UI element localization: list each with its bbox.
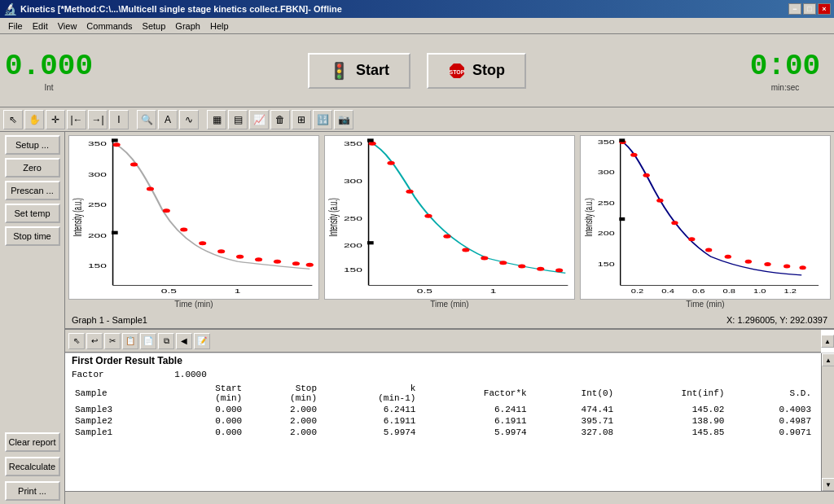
results-cut-btn[interactable]: ✂ [104,333,121,349]
svg-rect-25 [112,231,118,234]
graph-add-btn[interactable]: 📈 [249,110,269,129]
table-cell: 6.2411 [419,404,529,415]
svg-text:1: 1 [490,288,497,295]
timer-label: min:sec [736,83,834,92]
calculator-btn[interactable]: 🔢 [313,110,332,129]
results-copy2-btn[interactable]: ⧉ [158,333,174,349]
svg-point-19 [236,255,244,259]
graph2-canvas[interactable]: 350 300 250 200 150 0.5 1 Intensity (a.u… [324,135,575,300]
table-cell: Sample2 [72,415,170,427]
scroll-track[interactable] [822,366,834,478]
zero-button[interactable]: Zero [5,158,60,177]
setup-button[interactable]: Setup ... [5,135,60,155]
svg-point-72 [764,262,770,266]
menu-file[interactable]: File [3,20,28,33]
recalculate-button[interactable]: Recalculate [5,457,60,476]
table-cell: Sample3 [72,404,170,415]
svg-point-37 [388,161,395,165]
set-temp-button[interactable]: Set temp [5,204,60,223]
table-cell: 0.4003 [727,404,814,415]
table-cell: 395.71 [530,415,617,427]
hand-tool-btn[interactable]: ✋ [24,110,44,129]
svg-text:250: 250 [88,202,107,208]
graph1-svg: 350 300 250 200 150 0.5 1 Intensity (a.u… [69,136,318,299]
factor-label: Factor [72,370,104,379]
col-intinf: Int(inf) [617,383,727,404]
results-back-btn[interactable]: ◀ [176,333,192,349]
text-label-btn[interactable]: A [158,110,178,129]
table-cell: 0.000 [170,427,245,438]
print-button[interactable]: Print ... [5,481,60,501]
image2-btn[interactable]: ▤ [228,110,248,129]
graph-coords: X: 1.296005, Y: 292.0397 [726,315,827,325]
stop-time-button[interactable]: Stop time [5,226,60,246]
crosshair-btn[interactable]: ✛ [46,110,65,129]
text-insert-btn[interactable]: I [109,110,129,129]
table-cell: 0.9071 [727,427,814,438]
data-table-btn[interactable]: ⊞ [292,110,311,129]
results-doc-btn[interactable]: 📝 [194,333,210,349]
add-right-btn[interactable]: →| [88,110,108,129]
table-cell: 138.90 [617,415,727,427]
export-btn[interactable]: 📷 [334,110,353,129]
image1-btn[interactable]: ▦ [207,110,226,129]
app-window: 🔬 Kinetics [*Method:C:\...\Multicell sin… [0,0,834,504]
results-title: First Order Result Table [72,355,814,366]
svg-point-16 [180,228,187,232]
status-bar [65,491,834,504]
svg-text:1.0: 1.0 [753,289,766,295]
svg-point-20 [255,257,262,261]
maximize-button[interactable]: □ [803,3,816,15]
minimize-button[interactable]: − [788,3,801,15]
table-cell: 474.41 [530,404,617,415]
graph1-canvas[interactable]: 350 300 250 200 150 0.5 1 Intensity (a.u… [68,135,319,300]
menu-setup[interactable]: Setup [138,20,171,33]
stop-button[interactable]: STOP Stop [427,53,526,89]
svg-point-12 [113,142,121,147]
results-select-btn[interactable]: ⇖ [68,333,85,349]
table-row: Sample20.0002.0006.19116.1911395.71138.9… [72,415,814,427]
scroll-up-btn[interactable]: ▲ [822,353,834,366]
close-button[interactable]: × [818,3,831,15]
col-sample: Sample [72,383,170,404]
prescan-button[interactable]: Prescan ... [5,181,60,200]
menu-view[interactable]: View [53,20,82,33]
zoom-in-btn[interactable]: 🔍 [137,110,156,129]
svg-text:Intensity (a.u.): Intensity (a.u.) [583,198,594,236]
svg-text:300: 300 [344,178,362,185]
wave-btn[interactable]: ∿ [179,110,199,129]
main-toolbar: ⇖ ✋ ✛ |← →| I 🔍 A ∿ ▦ ▤ 📈 🗑 ⊞ 🔢 📷 [0,107,834,132]
svg-point-42 [481,256,488,261]
col-stop: Stop(min) [245,383,320,404]
graph3-canvas[interactable]: 350 300 250 200 150 0.2 0.4 0.6 0.8 1.0 [580,135,831,300]
results-copy-btn[interactable]: 📋 [122,333,138,349]
menu-edit[interactable]: Edit [28,20,53,33]
select-tool-btn[interactable]: ⇖ [3,110,23,129]
add-left-btn[interactable]: |← [67,110,86,129]
menu-help[interactable]: Help [205,20,234,33]
menu-graph[interactable]: Graph [170,20,205,33]
svg-text:200: 200 [598,230,615,237]
svg-rect-76 [619,217,625,221]
svg-point-70 [725,255,731,259]
timer-value: 0:00 [736,50,834,83]
svg-point-18 [217,249,225,253]
right-section: 350 300 250 200 150 0.5 1 Intensity (a.u… [65,132,834,504]
col-sd: S.D. [727,383,814,404]
svg-text:150: 150 [88,263,107,270]
table-cell: 0.4987 [727,415,814,427]
timer-display: 0:00 min:sec [736,50,834,92]
graph-remove-btn[interactable]: 🗑 [270,110,290,129]
results-scroll-up[interactable]: ▲ [821,335,834,348]
scroll-down-btn[interactable]: ▼ [822,478,834,491]
results-undo-btn[interactable]: ↩ [86,333,103,349]
results-data-table: Sample Start(min) Stop(min) k(min-1) Fac… [72,383,814,438]
factor-value: 1.0000 [174,370,207,379]
menu-bar: File Edit View Commands Setup Graph Help [0,18,834,34]
svg-point-13 [130,163,138,167]
menu-commands[interactable]: Commands [81,20,137,33]
clear-report-button[interactable]: Clear report [5,432,60,452]
start-button[interactable]: 🚦 Start [308,53,410,89]
svg-text:200: 200 [88,232,107,239]
results-paste-btn[interactable]: 📄 [140,333,156,349]
